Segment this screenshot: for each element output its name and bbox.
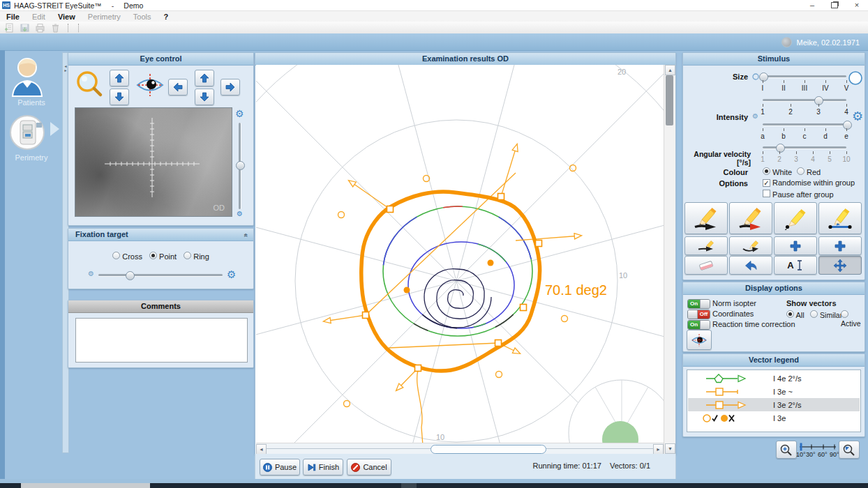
- zoom-scale-icon[interactable]: [798, 443, 837, 451]
- legend-row-selected[interactable]: I 3e 2°/s: [688, 398, 860, 411]
- hscroll-thumb[interactable]: [431, 445, 546, 454]
- menu-help[interactable]: ?: [164, 13, 169, 21]
- pause-after-group-checkbox[interactable]: Pause after group: [763, 190, 834, 199]
- radio-selected-icon: [786, 310, 794, 318]
- menu-file[interactable]: File: [6, 13, 20, 21]
- vectors-similar-radio[interactable]: Similar: [810, 310, 842, 319]
- draw-point-button[interactable]: [774, 202, 817, 234]
- reaction-time-toggle[interactable]: On: [687, 320, 710, 330]
- fixation-ring-radio[interactable]: Ring: [184, 252, 209, 261]
- norm-isopter-toggle[interactable]: On: [687, 299, 710, 309]
- delete-icon: [50, 23, 61, 33]
- edit-curve-button[interactable]: [729, 236, 772, 255]
- norm-isopter-label: Norm isopter: [712, 299, 756, 307]
- eye-left-button[interactable]: [168, 79, 188, 96]
- gear-small-icon[interactable]: ⚙: [237, 211, 243, 218]
- legend-row[interactable]: I 3e: [688, 411, 860, 425]
- gear-small-icon[interactable]: ⚙: [88, 270, 94, 277]
- zoom-out-button[interactable]: [839, 441, 860, 459]
- save-icon: [20, 23, 30, 33]
- cancel-button[interactable]: Cancel: [347, 459, 391, 475]
- scroll-down-button[interactable]: ▼: [665, 443, 675, 454]
- pause-button[interactable]: Pause: [260, 459, 300, 475]
- text-tool-button[interactable]: A: [774, 256, 817, 275]
- eye-down-button[interactable]: [110, 89, 129, 105]
- move-tool-button[interactable]: [818, 256, 862, 275]
- target-up-button[interactable]: [195, 70, 214, 86]
- active-isopter[interactable]: [361, 192, 540, 371]
- fixation-cross-label: Cross: [122, 252, 142, 261]
- vscroll-thumb[interactable]: [666, 75, 673, 125]
- finish-button[interactable]: Finish: [303, 459, 343, 475]
- scroll-left-button[interactable]: ◄: [256, 444, 267, 455]
- draw-segment-button[interactable]: [818, 202, 862, 234]
- perimetry-chart[interactable]: 20 10 10 70.1 deg2: [256, 65, 664, 443]
- camera-slider-thumb[interactable]: [236, 161, 245, 170]
- perimetry-nav-icon[interactable]: [9, 113, 47, 155]
- intensity-sub-tick-label: d: [823, 132, 828, 140]
- angular-slider-track[interactable]: [763, 146, 846, 148]
- intensity-fine-slider-thumb[interactable]: [843, 121, 852, 130]
- patient-avatar: [781, 37, 792, 47]
- vectors-similar-label: Similar: [820, 311, 842, 319]
- add-point-button[interactable]: [774, 236, 817, 255]
- eye-tracking-icon[interactable]: [135, 73, 165, 98]
- edit-vector-button[interactable]: [684, 236, 728, 255]
- norm-isopter: [383, 206, 532, 336]
- randomise-checkbox[interactable]: ✓ Randomise within group: [763, 178, 855, 187]
- eye-right-button[interactable]: [220, 79, 240, 96]
- intensity-fine-slider-track[interactable]: [763, 123, 846, 125]
- size-tick-label: IV: [822, 84, 828, 92]
- patients-nav-icon[interactable]: [8, 56, 46, 102]
- erase-button[interactable]: [684, 256, 728, 275]
- menu-view[interactable]: View: [58, 13, 75, 21]
- coordinates-toggle[interactable]: Off: [687, 310, 710, 319]
- tick: [846, 80, 847, 83]
- size-slider-track[interactable]: [763, 75, 846, 77]
- fixation-cross-radio[interactable]: Cross: [112, 252, 142, 261]
- add-vector-button[interactable]: [818, 236, 862, 255]
- menu-perimetry: Perimetry: [88, 13, 121, 21]
- legend-row[interactable]: I 3e ~: [688, 385, 860, 398]
- scroll-right-button[interactable]: ►: [653, 444, 664, 455]
- checkbox-icon: [763, 190, 770, 197]
- draw-isopter-button[interactable]: [684, 202, 728, 234]
- eye-display-button[interactable]: [687, 330, 712, 350]
- draw-vector-button[interactable]: [729, 202, 772, 234]
- legend-row[interactable]: I 4e 2°/s: [688, 372, 860, 385]
- angular-tick-label: 5: [828, 155, 832, 163]
- vectors-all-radio[interactable]: All: [786, 310, 805, 319]
- fixation-slider-thumb[interactable]: [126, 271, 135, 280]
- magnifier-icon[interactable]: [73, 68, 107, 101]
- vectors-active-radio[interactable]: Active: [841, 310, 865, 328]
- angular-slider-thumb[interactable]: [776, 144, 785, 153]
- fixation-slider-track[interactable]: [98, 274, 223, 276]
- eye-up-button[interactable]: [110, 70, 129, 86]
- gear-icon[interactable]: ⚙: [235, 109, 244, 119]
- taskbar-item[interactable]: [401, 483, 417, 488]
- intensity-slider-track[interactable]: [763, 99, 846, 101]
- undo-button[interactable]: [729, 256, 772, 275]
- collapse-icon[interactable]: «: [241, 234, 253, 238]
- horizontal-scrollbar[interactable]: ◄ ►: [256, 443, 664, 455]
- comments-input[interactable]: [75, 318, 248, 363]
- vertical-scrollbar[interactable]: ▲ ▼: [664, 65, 675, 454]
- zoom-in-button[interactable]: [776, 441, 797, 459]
- menu-bar: File Edit View Perimetry Tools ?: [0, 11, 868, 22]
- restore-button[interactable]: [823, 0, 846, 10]
- scroll-up-button[interactable]: ▲: [665, 65, 675, 75]
- target-down-button[interactable]: [195, 89, 214, 105]
- patients-nav-label[interactable]: Patients: [0, 98, 63, 107]
- gear-small-icon[interactable]: ⚙: [752, 113, 758, 120]
- fixation-point-radio[interactable]: Point: [149, 252, 177, 261]
- sidebar-expand-icon[interactable]: [50, 122, 59, 136]
- size-slider-thumb[interactable]: [759, 73, 768, 82]
- perimetry-nav-label[interactable]: Perimetry: [0, 153, 63, 162]
- taskbar-item[interactable]: [21, 483, 150, 488]
- minimize-button[interactable]: –: [801, 0, 823, 10]
- colour-red-radio[interactable]: Red: [797, 167, 821, 176]
- gear-icon[interactable]: ⚙: [852, 110, 863, 123]
- colour-white-radio[interactable]: White: [763, 167, 792, 176]
- close-button[interactable]: ×: [846, 0, 868, 10]
- gear-icon[interactable]: ⚙: [227, 269, 236, 280]
